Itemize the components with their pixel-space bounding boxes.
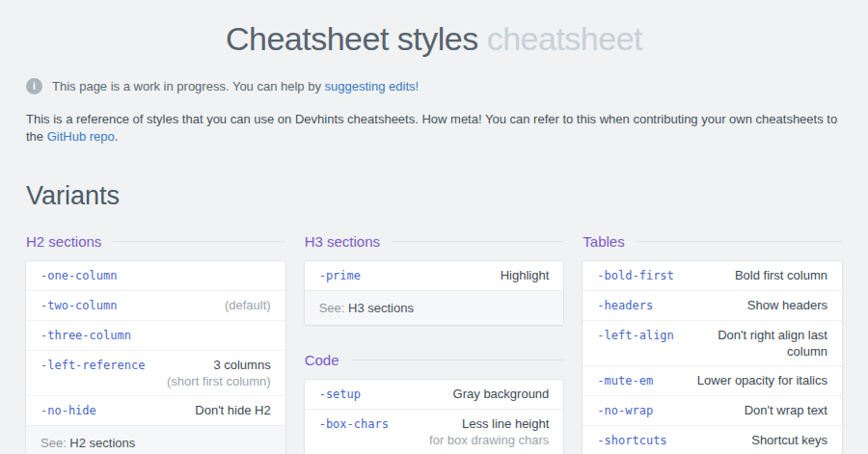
table-row: -left-reference 3 columns(short first co… bbox=[26, 350, 285, 395]
see-link-h2-sections[interactable]: H2 sections bbox=[69, 436, 135, 450]
variant-code: -left-align bbox=[597, 327, 673, 344]
variant-note: (default) bbox=[225, 297, 271, 313]
variant-desc: Lower opacity for italics bbox=[697, 373, 827, 387]
variant-desc: Don't hide H2 bbox=[195, 403, 270, 417]
table-row: -mute-em Lower opacity for italics bbox=[583, 365, 842, 395]
variant-desc: Show headers bbox=[747, 298, 827, 312]
heading-rule bbox=[637, 241, 842, 242]
intro-paragraph: This is a reference of styles that you c… bbox=[26, 111, 842, 146]
section-heading-h2-sections: H2 sections bbox=[26, 231, 285, 251]
variant-code: -two-column bbox=[41, 297, 117, 314]
variants-card-h2-sections: -one-column -two-column (default) -three… bbox=[26, 261, 285, 454]
variant-code: -shortcuts bbox=[597, 432, 666, 449]
section-heading-h3-sections: H3 sections bbox=[305, 231, 564, 251]
table-row: -prime Highlight bbox=[305, 261, 564, 290]
wip-notice: i This page is a work in progress. You c… bbox=[26, 78, 842, 94]
card-footer: See: H3 sections bbox=[305, 290, 564, 325]
section-h2-sections: H2 sections -one-column -two-column (def… bbox=[26, 231, 285, 454]
heading-rule bbox=[392, 241, 563, 242]
table-row: -no-wrap Don't wrap text bbox=[583, 395, 842, 425]
see-label: See: bbox=[41, 436, 69, 450]
page-title: Cheatsheet styles cheatsheet bbox=[0, 0, 868, 58]
variant-desc: Gray background bbox=[453, 387, 550, 401]
variant-code: -one-column bbox=[41, 267, 117, 284]
variant-code: -setup bbox=[319, 386, 361, 403]
variants-card-tables: -bold-first Bold first column -headers S… bbox=[583, 261, 842, 454]
card-footer: See: H2 sections bbox=[26, 425, 285, 454]
variant-desc: Don't right align last column bbox=[718, 328, 827, 359]
variant-code: -no-wrap bbox=[597, 402, 653, 419]
table-row: -two-column (default) bbox=[26, 290, 285, 320]
variant-code: -mute-em bbox=[597, 372, 653, 389]
column-2: H3 sections -prime Highlight See: H3 sec… bbox=[305, 231, 564, 454]
info-icon: i bbox=[26, 78, 42, 94]
variant-code: -headers bbox=[597, 297, 653, 314]
variant-note: (short first column) bbox=[167, 373, 271, 389]
heading-rule bbox=[351, 360, 564, 361]
variants-card-code: -setup Gray background -box-chars Less l… bbox=[305, 380, 564, 454]
table-row: -headers Show headers bbox=[583, 290, 842, 320]
variant-desc: Less line height bbox=[462, 416, 549, 431]
variants-card-h3-sections: -prime Highlight See: H3 sections bbox=[305, 261, 564, 325]
table-row: -shortcuts Shortcut keys bbox=[583, 425, 842, 454]
suggesting-edits-link[interactable]: suggesting edits! bbox=[325, 79, 420, 93]
variant-desc: 3 columns bbox=[213, 358, 270, 372]
variants-heading: Variants bbox=[26, 181, 842, 211]
table-row: -three-column bbox=[26, 320, 285, 350]
table-row: -box-chars Less line heightfor box drawi… bbox=[305, 409, 564, 454]
variant-code: -box-chars bbox=[319, 415, 389, 433]
section-tables: Tables -bold-first Bold first column -he… bbox=[583, 231, 842, 454]
variant-desc: Bold first column bbox=[735, 268, 827, 282]
section-code: Code -setup Gray background -box-chars L… bbox=[305, 350, 564, 454]
see-link-h3-sections[interactable]: H3 sections bbox=[348, 301, 414, 315]
see-label: See: bbox=[319, 301, 348, 315]
variant-code: -bold-first bbox=[597, 267, 673, 284]
table-row: -bold-first Bold first column bbox=[583, 261, 842, 290]
variant-note: for box drawing chars bbox=[429, 432, 549, 448]
wip-text: This page is a work in progress. You can… bbox=[52, 79, 419, 93]
table-row: -one-column bbox=[26, 261, 285, 290]
section-heading-tables: Tables bbox=[583, 231, 842, 251]
column-3: Tables -bold-first Bold first column -he… bbox=[583, 231, 842, 454]
heading-rule bbox=[113, 241, 285, 242]
variant-code: -prime bbox=[319, 267, 361, 284]
section-h3-sections: H3 sections -prime Highlight See: H3 sec… bbox=[305, 231, 564, 325]
variant-desc: Don't wrap text bbox=[745, 403, 827, 417]
section-heading-code: Code bbox=[305, 350, 564, 369]
page-title-main: Cheatsheet styles bbox=[226, 20, 478, 57]
column-1: H2 sections -one-column -two-column (def… bbox=[26, 231, 285, 454]
variant-code: -three-column bbox=[41, 327, 131, 344]
variant-desc: Shortcut keys bbox=[751, 433, 827, 447]
table-row: -left-align Don't right align last colum… bbox=[583, 320, 842, 365]
variants-columns: H2 sections -one-column -two-column (def… bbox=[0, 231, 868, 454]
variant-desc: Highlight bbox=[501, 268, 550, 282]
github-repo-link[interactable]: GitHub repo bbox=[47, 129, 115, 144]
page-title-suffix: cheatsheet bbox=[487, 20, 642, 57]
table-row: -setup Gray background bbox=[305, 380, 564, 409]
variant-code: -no-hide bbox=[41, 402, 96, 419]
variant-code: -left-reference bbox=[41, 357, 145, 374]
table-row: -no-hide Don't hide H2 bbox=[26, 395, 285, 425]
